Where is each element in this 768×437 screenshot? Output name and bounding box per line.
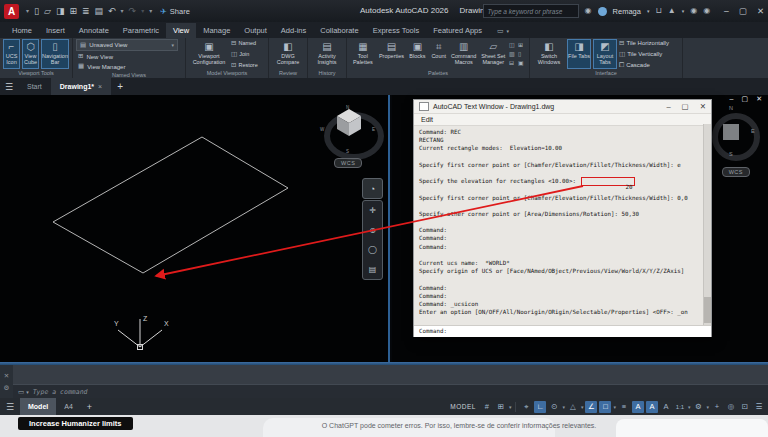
- sheet-set-manager-button[interactable]: ▱ Sheet Set Manager: [479, 39, 507, 69]
- tab-express-tools[interactable]: Express Tools: [366, 23, 427, 38]
- wcs-menu[interactable]: WCS: [334, 158, 362, 168]
- mini-palette-icon-1[interactable]: ◫: [509, 41, 517, 49]
- layout-tab-a4[interactable]: A4: [56, 398, 81, 415]
- dynamic-input-icon[interactable]: ⌖: [520, 401, 532, 413]
- viewcube[interactable]: N W E S: [322, 103, 376, 163]
- layout-tabs-button[interactable]: ◩ Layout Tabs: [593, 39, 617, 69]
- lineweight-icon[interactable]: ≡: [618, 401, 630, 413]
- ortho-icon[interactable]: ∟: [534, 401, 546, 413]
- show-motion-icon[interactable]: ▤: [369, 265, 377, 274]
- tab-start[interactable]: Start: [18, 78, 51, 95]
- annotation-visibility-icon[interactable]: A: [632, 401, 644, 413]
- scrollbar-thumb[interactable]: [704, 297, 711, 323]
- polar-caret-icon[interactable]: ▾: [562, 404, 565, 410]
- isodraft-caret-icon[interactable]: ▾: [581, 404, 584, 410]
- cmd-customize-icon[interactable]: ⚙: [4, 384, 10, 392]
- tab-home[interactable]: Home: [5, 23, 39, 38]
- ribbon-display-caret-icon[interactable]: ▾: [507, 28, 510, 34]
- mini-palette-icon-5[interactable]: ⊟: [509, 59, 517, 67]
- tab-parametric[interactable]: Parametric: [116, 23, 166, 38]
- mini-palette-icon-4[interactable]: ▯: [518, 50, 526, 58]
- tw-maximize-icon[interactable]: ▢: [682, 102, 689, 111]
- customize-plus-icon[interactable]: +: [711, 401, 723, 413]
- tool-palettes-button[interactable]: ▦ Tool Palettes: [350, 39, 376, 69]
- undo-icon[interactable]: ↶: [108, 7, 116, 16]
- user-avatar[interactable]: [598, 7, 607, 16]
- search-icon[interactable]: ◉: [585, 7, 592, 15]
- new-view-button[interactable]: ⊞ New View: [76, 52, 178, 61]
- save-icon[interactable]: ◨: [56, 7, 65, 16]
- annotation-scale-icon[interactable]: A: [660, 401, 672, 413]
- snap-icon[interactable]: ⊞: [495, 401, 507, 413]
- viewport-configuration-button[interactable]: ▣ Viewport Configuration: [189, 39, 229, 69]
- object-snap-tracking-icon[interactable]: ∠: [585, 401, 597, 413]
- compass-west[interactable]: W: [320, 127, 324, 132]
- redo-caret-icon[interactable]: ▾: [141, 8, 144, 14]
- viewcube-top-face[interactable]: [723, 124, 739, 140]
- tw-close-icon[interactable]: ✕: [700, 102, 706, 111]
- tile-horizontally-button[interactable]: ⊟ Tile Horizontally: [619, 40, 669, 47]
- mini-palette-icon-3[interactable]: ▥: [509, 50, 517, 58]
- gear-caret-icon[interactable]: ▾: [706, 404, 709, 410]
- qat-menu-caret-icon[interactable]: ▾: [149, 8, 152, 14]
- tab-featured-apps[interactable]: Featured Apps: [426, 23, 489, 38]
- text-window[interactable]: AutoCAD Text Window - Drawing1.dwg – ▢ ✕…: [413, 99, 712, 337]
- osnap-caret-icon[interactable]: ▾: [613, 404, 616, 410]
- ribbon-display-icon[interactable]: ▭: [497, 27, 504, 35]
- autodesk-mark-icon[interactable]: ▲: [668, 7, 676, 15]
- command-macros-button[interactable]: ▥ Command Macros: [450, 39, 478, 69]
- new-layout-icon[interactable]: +: [81, 402, 98, 412]
- ucs-icon-button[interactable]: ⌐ UCS Icon: [3, 39, 20, 69]
- isodraft-icon[interactable]: △: [567, 401, 579, 413]
- cmd-close-icon[interactable]: ✕: [4, 372, 9, 380]
- activity-insights-button[interactable]: ▤ Activity Insights: [311, 39, 343, 69]
- mini-palette-icon-6[interactable]: ▣: [518, 59, 526, 67]
- minimize-icon[interactable]: –: [724, 6, 729, 16]
- close-tab-icon[interactable]: ×: [98, 83, 102, 90]
- navigation-bar[interactable]: ✛ ⊕ ◯ ▤: [362, 200, 383, 280]
- search-input[interactable]: Type a keyword or phrase: [483, 4, 579, 18]
- file-tabs-menu-icon[interactable]: ☰: [0, 78, 18, 95]
- compass-top-east[interactable]: E: [751, 128, 755, 134]
- view-manager-button[interactable]: ▦ View Manager: [76, 62, 178, 71]
- command-caret-icon[interactable]: ▾: [26, 389, 29, 395]
- text-window-titlebar[interactable]: AutoCAD Text Window - Drawing1.dwg – ▢ ✕: [414, 100, 711, 114]
- layout-menu-icon[interactable]: ☰: [0, 402, 20, 412]
- text-window-body[interactable]: Command: RECRECTANGCurrent rectangle mod…: [414, 126, 711, 337]
- tile-vertically-button[interactable]: ◫ Tile Vertically: [619, 51, 669, 58]
- wcs-menu-right[interactable]: WCS: [722, 167, 750, 177]
- undo-caret-icon[interactable]: ▾: [121, 8, 124, 14]
- logo-caret-icon[interactable]: ▾: [26, 8, 29, 14]
- doc-minimize-icon[interactable]: –: [730, 95, 734, 103]
- close-icon[interactable]: ✕: [757, 6, 764, 16]
- save-as-icon[interactable]: ⊞: [69, 7, 77, 16]
- file-tabs-button[interactable]: ◨ File Tabs: [567, 39, 591, 69]
- compass-south[interactable]: S: [346, 149, 349, 154]
- layout-tab-model[interactable]: Model: [20, 398, 56, 415]
- tab-add-ins[interactable]: Add-ins: [274, 23, 313, 38]
- count-button[interactable]: ⌗ Count: [430, 39, 448, 69]
- compass-east[interactable]: E: [372, 127, 375, 132]
- compass-top-south[interactable]: S: [729, 151, 733, 157]
- view-cube-button[interactable]: ⬡ View Cube: [22, 39, 39, 69]
- viewport-left[interactable]: Y Z X N W E S WCS ◔ ✛ ⊕ ◯: [0, 95, 390, 362]
- grid-icon[interactable]: #: [481, 401, 493, 413]
- zoom-icon[interactable]: ⊕: [369, 226, 376, 235]
- dwg-compare-button[interactable]: ◧ DWG Compare: [272, 39, 304, 69]
- command-line-panel[interactable]: ✕ ⚙ Command: _ucsicon Enter an option [O…: [0, 365, 768, 398]
- open-folder-icon[interactable]: ▱: [44, 7, 51, 16]
- named-viewports-button[interactable]: ⊟ Named: [231, 40, 258, 47]
- object-snap-icon[interactable]: □: [599, 401, 611, 413]
- app-logo-icon[interactable]: A: [4, 4, 19, 19]
- compass-top-north[interactable]: N: [729, 105, 733, 111]
- text-window-prompt[interactable]: Command:: [414, 325, 711, 337]
- properties-button[interactable]: ▤ Properties: [378, 39, 406, 69]
- text-window-scrollbar[interactable]: [703, 124, 711, 325]
- doc-restore-icon[interactable]: ▢: [742, 95, 749, 103]
- blocks-button[interactable]: ▣ Blocks: [407, 39, 427, 69]
- panel-label-palettes[interactable]: Palettes: [347, 69, 529, 78]
- nav-wheel-button[interactable]: ◔: [362, 178, 383, 199]
- viewcube-top[interactable]: N W E S: [708, 107, 754, 159]
- new-drawing-icon[interactable]: +: [111, 78, 129, 95]
- command-input[interactable]: ▭ ▾ Type a command: [13, 384, 768, 398]
